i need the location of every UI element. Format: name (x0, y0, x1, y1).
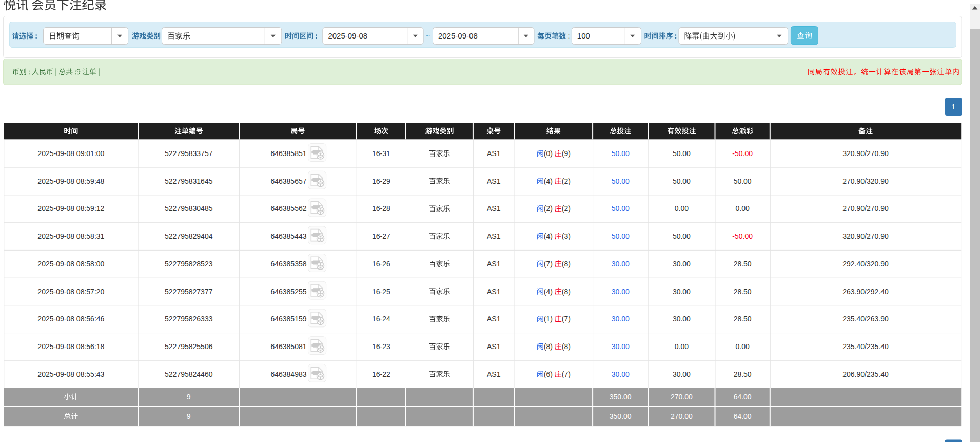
svg-text:(8): (8) (562, 342, 571, 351)
svg-text:646384983: 646384983 (270, 370, 306, 378)
svg-text:646385562: 646385562 (270, 204, 306, 213)
svg-text:(6): (6) (544, 370, 553, 378)
svg-text:270.90/320.90: 270.90/320.90 (842, 177, 889, 185)
svg-text:235.40/263.90: 235.40/263.90 (842, 315, 889, 323)
svg-text:28.50: 28.50 (734, 260, 752, 268)
svg-text:2025-09-08: 2025-09-08 (438, 31, 478, 40)
svg-text:263.90/292.40: 263.90/292.40 (842, 287, 889, 296)
svg-text:(4): (4) (544, 287, 553, 296)
svg-text:9: 9 (187, 412, 191, 420)
svg-text:AS1: AS1 (487, 177, 501, 185)
svg-text:50.00: 50.00 (612, 204, 630, 213)
svg-text:0.00: 0.00 (736, 204, 750, 213)
svg-text:-50.00: -50.00 (732, 149, 753, 158)
svg-text:64.00: 64.00 (734, 412, 752, 420)
svg-text:235.40/235.40: 235.40/235.40 (842, 342, 889, 351)
svg-text:(4): (4) (544, 232, 553, 240)
svg-text:AS1: AS1 (487, 204, 501, 213)
svg-text:2025-09-08 08:59:48: 2025-09-08 08:59:48 (37, 177, 104, 185)
svg-text:2025-09-08 08:58:00: 2025-09-08 08:58:00 (37, 260, 104, 268)
svg-text:(8): (8) (562, 260, 571, 268)
svg-text:16-26: 16-26 (372, 260, 390, 268)
svg-text:2025-09-08 08:55:43: 2025-09-08 08:55:43 (37, 370, 104, 378)
svg-text:206.90/235.40: 206.90/235.40 (842, 370, 889, 378)
svg-text:AS1: AS1 (487, 149, 501, 158)
svg-text:AS1: AS1 (487, 342, 501, 351)
svg-text:320.90/270.90: 320.90/270.90 (842, 149, 889, 158)
svg-text:(2): (2) (562, 204, 571, 213)
svg-text:(0): (0) (544, 149, 553, 158)
svg-text:522795824460: 522795824460 (165, 370, 213, 378)
svg-text:50.00: 50.00 (612, 232, 630, 240)
svg-text:(8): (8) (562, 287, 571, 296)
svg-text:646385358: 646385358 (270, 260, 306, 268)
svg-text:270.90/270.90: 270.90/270.90 (842, 204, 889, 213)
svg-text:646385159: 646385159 (270, 315, 306, 323)
svg-text:0.00: 0.00 (675, 342, 689, 351)
svg-text:16-22: 16-22 (372, 370, 390, 378)
svg-text:30.00: 30.00 (612, 315, 630, 323)
svg-text:(8): (8) (544, 342, 553, 351)
svg-text:2025-09-08 08:58:31: 2025-09-08 08:58:31 (37, 232, 104, 240)
svg-text:522795831645: 522795831645 (165, 177, 213, 185)
svg-text:350.00: 350.00 (610, 412, 632, 420)
svg-text:50.00: 50.00 (673, 232, 691, 240)
svg-text:2025-09-08: 2025-09-08 (328, 31, 367, 40)
svg-text:30.00: 30.00 (612, 260, 630, 268)
svg-text:(3): (3) (562, 232, 571, 240)
svg-text:270.00: 270.00 (671, 412, 693, 420)
svg-text:30.00: 30.00 (673, 315, 691, 323)
svg-text:-50.00: -50.00 (732, 232, 753, 240)
svg-text:16-27: 16-27 (372, 232, 390, 240)
svg-text:(7): (7) (544, 260, 553, 268)
svg-text:28.50: 28.50 (734, 370, 752, 378)
svg-text:522795830485: 522795830485 (165, 204, 213, 213)
svg-text:646385657: 646385657 (270, 177, 306, 185)
svg-text:30.00: 30.00 (612, 342, 630, 351)
svg-text:646385255: 646385255 (270, 287, 306, 296)
svg-text:AS1: AS1 (487, 287, 501, 296)
svg-text:522795829404: 522795829404 (165, 232, 213, 240)
svg-text:30.00: 30.00 (673, 260, 691, 268)
svg-text:2025-09-08 08:57:20: 2025-09-08 08:57:20 (37, 287, 104, 296)
svg-text:522795828523: 522795828523 (165, 260, 213, 268)
svg-text:AS1: AS1 (487, 260, 501, 268)
svg-text:AS1: AS1 (487, 370, 501, 378)
svg-text:(2): (2) (562, 177, 571, 185)
svg-text:AS1: AS1 (487, 315, 501, 323)
svg-text:270.00: 270.00 (671, 393, 693, 401)
svg-text:16-23: 16-23 (372, 342, 390, 351)
svg-text:522795833757: 522795833757 (165, 149, 213, 158)
svg-text:30.00: 30.00 (612, 287, 630, 296)
svg-text:646385851: 646385851 (270, 149, 306, 158)
svg-text:(1): (1) (544, 315, 553, 323)
svg-text::: : (568, 32, 570, 40)
svg-text:16-24: 16-24 (372, 315, 390, 323)
svg-text:350.00: 350.00 (610, 393, 632, 401)
svg-text:522795825506: 522795825506 (165, 342, 213, 351)
svg-text:2025-09-08 08:56:18: 2025-09-08 08:56:18 (37, 342, 104, 351)
svg-text:(7): (7) (562, 370, 571, 378)
svg-text:2025-09-08 08:59:12: 2025-09-08 08:59:12 (37, 204, 104, 213)
svg-text:16-25: 16-25 (372, 287, 390, 296)
svg-text:320.90/270.90: 320.90/270.90 (842, 232, 889, 240)
svg-text:50.00: 50.00 (673, 177, 691, 185)
svg-text:30.00: 30.00 (673, 370, 691, 378)
svg-text:2025-09-08 09:01:00: 2025-09-08 09:01:00 (37, 149, 104, 158)
svg-text:2025-09-08 08:56:46: 2025-09-08 08:56:46 (37, 315, 104, 323)
svg-text:522795827377: 522795827377 (165, 287, 213, 296)
svg-text:~: ~ (426, 31, 430, 40)
svg-text:16-28: 16-28 (372, 204, 390, 213)
svg-text:646385443: 646385443 (270, 232, 306, 240)
svg-text:50.00: 50.00 (612, 149, 630, 158)
svg-text:(2): (2) (544, 204, 553, 213)
svg-text:9: 9 (187, 393, 191, 401)
svg-text:(9): (9) (562, 149, 571, 158)
svg-text:AS1: AS1 (487, 232, 501, 240)
svg-text:522795826333: 522795826333 (165, 315, 213, 323)
svg-text:64.00: 64.00 (734, 393, 752, 401)
svg-text:50.00: 50.00 (673, 149, 691, 158)
svg-text:0.00: 0.00 (736, 342, 750, 351)
svg-text:50.00: 50.00 (734, 177, 752, 185)
svg-text:1: 1 (951, 103, 955, 111)
